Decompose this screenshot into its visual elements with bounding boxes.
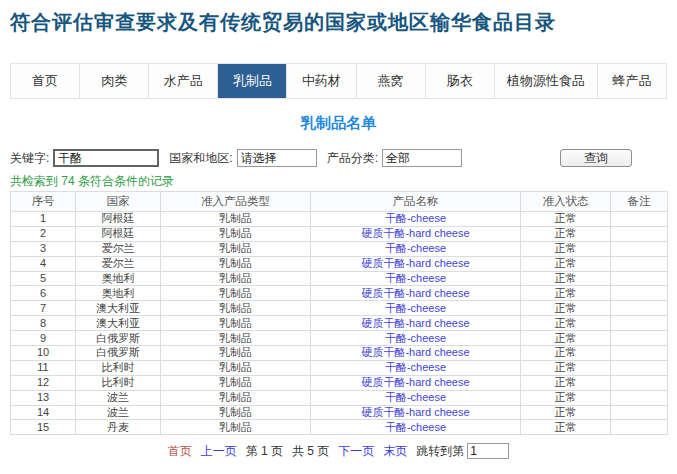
table-row: 10白俄罗斯乳制品硬质干酪-hard cheese正常 bbox=[11, 346, 668, 361]
product-name-link[interactable]: 干酪-cheese bbox=[385, 421, 446, 433]
table-cell bbox=[611, 390, 668, 405]
nav-tab-1[interactable]: 肉类 bbox=[80, 64, 149, 98]
table-cell: 正常 bbox=[521, 286, 611, 301]
table-cell bbox=[611, 271, 668, 286]
product-name-link[interactable]: 硬质干酪-hard cheese bbox=[361, 257, 469, 269]
next-page-link[interactable]: 下一页 bbox=[338, 443, 374, 460]
section-title: 乳制品名单 bbox=[0, 114, 677, 134]
table-cell: 正常 bbox=[521, 331, 611, 346]
table-body: 1阿根廷乳制品干酪-cheese正常2阿根廷乳制品硬质干酪-hard chees… bbox=[11, 212, 668, 435]
table-cell: 2 bbox=[11, 226, 76, 241]
table-cell bbox=[611, 301, 668, 316]
product-name-cell: 硬质干酪-hard cheese bbox=[311, 375, 521, 390]
last-page-link[interactable]: 末页 bbox=[383, 443, 407, 460]
product-name-cell: 干酪-cheese bbox=[311, 331, 521, 346]
table-cell: 正常 bbox=[521, 316, 611, 331]
first-page-link[interactable]: 首页 bbox=[168, 443, 192, 460]
product-name-link[interactable]: 干酪-cheese bbox=[385, 242, 446, 254]
table-cell: 乳制品 bbox=[161, 346, 311, 361]
nav-tab-0[interactable]: 首页 bbox=[11, 64, 80, 98]
product-name-link[interactable]: 干酪-cheese bbox=[385, 361, 446, 373]
table-cell: 6 bbox=[11, 286, 76, 301]
current-page-text: 第 1 页 bbox=[246, 443, 283, 460]
table-cell: 正常 bbox=[521, 226, 611, 241]
product-name-link[interactable]: 硬质干酪-hard cheese bbox=[361, 317, 469, 329]
table-row: 13波兰乳制品干酪-cheese正常 bbox=[11, 390, 668, 405]
product-name-link[interactable]: 干酪-cheese bbox=[385, 272, 446, 284]
table-cell: 波兰 bbox=[76, 405, 161, 420]
table-row: 6奥地利乳制品硬质干酪-hard cheese正常 bbox=[11, 286, 668, 301]
nav-tab-6[interactable]: 肠衣 bbox=[426, 64, 495, 98]
product-name-cell: 干酪-cheese bbox=[311, 271, 521, 286]
table-cell: 阿根廷 bbox=[76, 212, 161, 227]
table-cell: 正常 bbox=[521, 360, 611, 375]
column-header-3: 产品名称 bbox=[311, 192, 521, 212]
product-name-cell: 硬质干酪-hard cheese bbox=[311, 346, 521, 361]
table-cell: 乳制品 bbox=[161, 256, 311, 271]
table-cell: 乳制品 bbox=[161, 241, 311, 256]
result-summary: 共检索到 74 条符合条件的记录 bbox=[10, 173, 667, 188]
product-name-link[interactable]: 硬质干酪-hard cheese bbox=[361, 346, 469, 358]
table-cell: 正常 bbox=[521, 256, 611, 271]
jump-to-page-input[interactable] bbox=[467, 443, 509, 459]
product-name-link[interactable]: 干酪-cheese bbox=[385, 302, 446, 314]
region-label: 国家和地区: bbox=[169, 150, 232, 167]
product-name-cell: 硬质干酪-hard cheese bbox=[311, 226, 521, 241]
table-cell bbox=[611, 212, 668, 227]
table-row: 14波兰乳制品硬质干酪-hard cheese正常 bbox=[11, 405, 668, 420]
nav-tab-8[interactable]: 蜂产品 bbox=[598, 64, 667, 98]
table-row: 15丹麦乳制品干酪-cheese正常 bbox=[11, 420, 668, 435]
table-row: 2阿根廷乳制品硬质干酪-hard cheese正常 bbox=[11, 226, 668, 241]
table-cell: 比利时 bbox=[76, 375, 161, 390]
table-cell: 乳制品 bbox=[161, 316, 311, 331]
product-name-link[interactable]: 硬质干酪-hard cheese bbox=[361, 376, 469, 388]
table-cell: 乳制品 bbox=[161, 390, 311, 405]
product-name-link[interactable]: 硬质干酪-hard cheese bbox=[361, 406, 469, 418]
table-cell: 正常 bbox=[521, 420, 611, 435]
table-row: 1阿根廷乳制品干酪-cheese正常 bbox=[11, 212, 668, 227]
product-name-cell: 硬质干酪-hard cheese bbox=[311, 316, 521, 331]
table-cell: 9 bbox=[11, 331, 76, 346]
table-cell: 正常 bbox=[521, 346, 611, 361]
nav-tab-5[interactable]: 燕窝 bbox=[357, 64, 426, 98]
table-cell: 正常 bbox=[521, 301, 611, 316]
result-table: 序号国家准入产品类型产品名称准入状态备注 1阿根廷乳制品干酪-cheese正常2… bbox=[10, 191, 668, 435]
table-cell: 乳制品 bbox=[161, 271, 311, 286]
table-cell bbox=[611, 286, 668, 301]
column-header-4: 准入状态 bbox=[521, 192, 611, 212]
table-cell: 15 bbox=[11, 420, 76, 435]
table-cell: 11 bbox=[11, 360, 76, 375]
query-button[interactable]: 查询 bbox=[560, 149, 632, 167]
product-name-link[interactable]: 干酪-cheese bbox=[385, 391, 446, 403]
region-select[interactable] bbox=[237, 149, 317, 167]
nav-tab-4[interactable]: 中药材 bbox=[287, 64, 356, 98]
product-name-link[interactable]: 干酪-cheese bbox=[385, 332, 446, 344]
nav-tab-3[interactable]: 乳制品 bbox=[218, 64, 287, 98]
nav-tab-2[interactable]: 水产品 bbox=[149, 64, 218, 98]
table-cell: 阿根廷 bbox=[76, 226, 161, 241]
keyword-input[interactable] bbox=[53, 149, 159, 167]
table-row: 7澳大利亚乳制品干酪-cheese正常 bbox=[11, 301, 668, 316]
product-name-cell: 硬质干酪-hard cheese bbox=[311, 286, 521, 301]
table-cell bbox=[611, 420, 668, 435]
column-header-5: 备注 bbox=[611, 192, 668, 212]
column-header-0: 序号 bbox=[11, 192, 76, 212]
page: 符合评估审查要求及有传统贸易的国家或地区输华食品目录 首页肉类水产品乳制品中药材… bbox=[0, 9, 677, 474]
table-cell: 乳制品 bbox=[161, 301, 311, 316]
product-name-link[interactable]: 硬质干酪-hard cheese bbox=[361, 227, 469, 239]
table-header-row: 序号国家准入产品类型产品名称准入状态备注 bbox=[11, 192, 668, 212]
category-select[interactable] bbox=[382, 149, 462, 167]
product-name-cell: 硬质干酪-hard cheese bbox=[311, 256, 521, 271]
product-name-link[interactable]: 干酪-cheese bbox=[385, 212, 446, 224]
table-cell: 乳制品 bbox=[161, 360, 311, 375]
table-cell: 1 bbox=[11, 212, 76, 227]
table-cell: 爱尔兰 bbox=[76, 256, 161, 271]
pagination: 首页 上一页 第 1 页 共 5 页 下一页 末页 跳转到第 bbox=[0, 442, 677, 460]
table-row: 11比利时乳制品干酪-cheese正常 bbox=[11, 360, 668, 375]
table-row: 4爱尔兰乳制品硬质干酪-hard cheese正常 bbox=[11, 256, 668, 271]
nav-tab-7[interactable]: 植物源性食品 bbox=[495, 64, 598, 98]
table-cell bbox=[611, 241, 668, 256]
search-bar: 关键字: 国家和地区: 产品分类: 查询 bbox=[10, 148, 667, 168]
product-name-link[interactable]: 硬质干酪-hard cheese bbox=[361, 287, 469, 299]
prev-page-link[interactable]: 上一页 bbox=[201, 443, 237, 460]
